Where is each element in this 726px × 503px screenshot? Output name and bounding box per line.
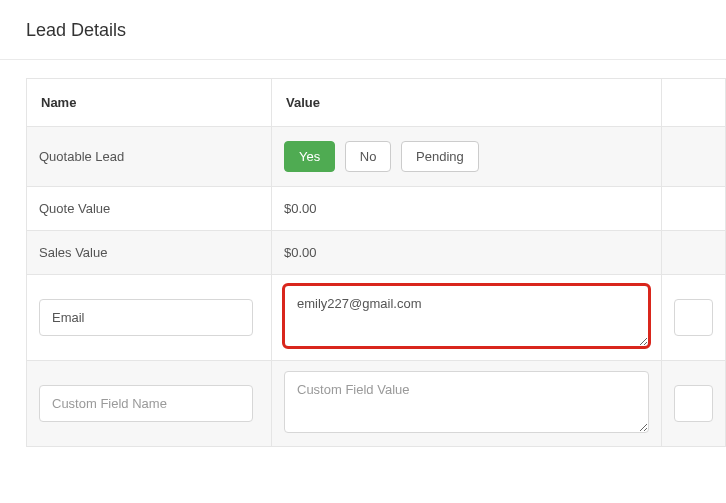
sales-value-cell: $0.00 <box>272 231 662 275</box>
row-label-sales-value: Sales Value <box>27 231 272 275</box>
custom-field-name-input[interactable] <box>39 385 253 422</box>
custom-field-value-textarea[interactable] <box>284 371 649 433</box>
quotable-yes-button[interactable]: Yes <box>284 141 335 172</box>
email-extra-input[interactable] <box>674 299 713 336</box>
row-quote-value: Quote Value $0.00 <box>27 187 726 231</box>
col-header-name: Name <box>27 79 272 127</box>
row-label-quote-value: Quote Value <box>27 187 272 231</box>
col-header-value: Value <box>272 79 662 127</box>
col-header-extra <box>662 79 726 127</box>
email-label-input[interactable] <box>39 299 253 336</box>
lead-details-table: Name Value Quotable Lead Yes No Pending <box>26 78 726 447</box>
section-title: Lead Details <box>0 20 726 60</box>
row-label-quotable: Quotable Lead <box>27 127 272 187</box>
row-sales-value: Sales Value $0.00 <box>27 231 726 275</box>
quote-value-cell: $0.00 <box>272 187 662 231</box>
row-email <box>27 275 726 361</box>
custom-extra-input[interactable] <box>674 385 713 422</box>
row-quotable-lead: Quotable Lead Yes No Pending <box>27 127 726 187</box>
quotable-no-button[interactable]: No <box>345 141 392 172</box>
row-custom-field <box>27 361 726 447</box>
email-value-textarea[interactable] <box>284 285 649 347</box>
quotable-pending-button[interactable]: Pending <box>401 141 479 172</box>
